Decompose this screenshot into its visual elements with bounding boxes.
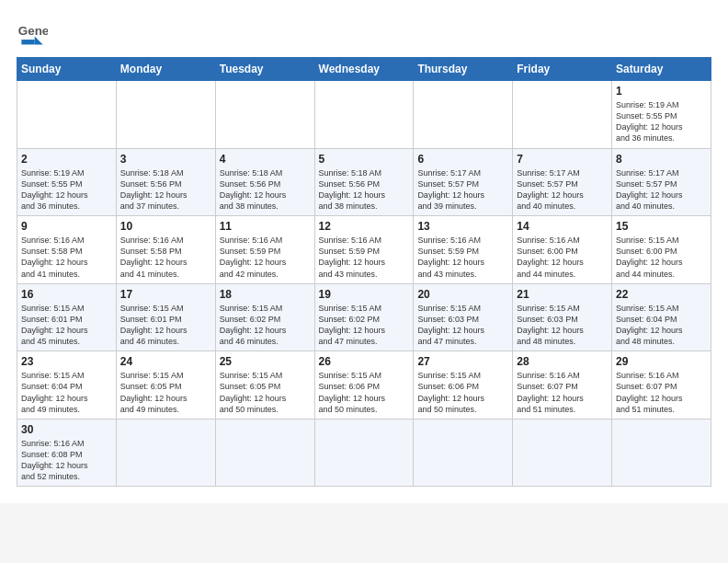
day-number: 11 bbox=[220, 220, 311, 233]
day-number: 25 bbox=[220, 355, 311, 368]
calendar-cell: 24Sunrise: 5:15 AM Sunset: 6:05 PM Dayli… bbox=[116, 351, 215, 419]
calendar-cell bbox=[215, 419, 314, 487]
day-info: Sunrise: 5:15 AM Sunset: 6:03 PM Dayligh… bbox=[517, 303, 608, 348]
day-info: Sunrise: 5:15 AM Sunset: 6:05 PM Dayligh… bbox=[220, 370, 311, 415]
calendar-cell: 21Sunrise: 5:15 AM Sunset: 6:03 PM Dayli… bbox=[513, 283, 612, 351]
day-number: 3 bbox=[120, 153, 211, 166]
day-number: 7 bbox=[517, 153, 608, 166]
calendar-week-2: 2Sunrise: 5:19 AM Sunset: 5:55 PM Daylig… bbox=[17, 148, 711, 216]
calendar-cell bbox=[116, 419, 215, 487]
calendar-week-5: 23Sunrise: 5:15 AM Sunset: 6:04 PM Dayli… bbox=[17, 351, 711, 419]
day-info: Sunrise: 5:17 AM Sunset: 5:57 PM Dayligh… bbox=[517, 167, 608, 213]
day-number: 23 bbox=[21, 355, 112, 368]
day-number: 19 bbox=[319, 288, 410, 301]
calendar-cell bbox=[513, 419, 612, 487]
day-number: 17 bbox=[120, 288, 211, 301]
day-info: Sunrise: 5:15 AM Sunset: 6:04 PM Dayligh… bbox=[21, 370, 112, 415]
calendar-week-6: 30Sunrise: 5:16 AM Sunset: 6:08 PM Dayli… bbox=[17, 419, 711, 487]
calendar-cell: 12Sunrise: 5:16 AM Sunset: 5:59 PM Dayli… bbox=[314, 216, 414, 284]
calendar-cell: 7Sunrise: 5:17 AM Sunset: 5:57 PM Daylig… bbox=[513, 148, 612, 216]
day-info: Sunrise: 5:15 AM Sunset: 6:04 PM Dayligh… bbox=[616, 303, 707, 348]
calendar-cell: 30Sunrise: 5:16 AM Sunset: 6:08 PM Dayli… bbox=[17, 419, 117, 487]
weekday-header-sunday: Sunday bbox=[17, 58, 117, 81]
day-number: 22 bbox=[616, 288, 707, 301]
day-info: Sunrise: 5:19 AM Sunset: 5:55 PM Dayligh… bbox=[21, 167, 112, 213]
day-info: Sunrise: 5:15 AM Sunset: 6:00 PM Dayligh… bbox=[616, 235, 707, 280]
calendar-cell: 29Sunrise: 5:16 AM Sunset: 6:07 PM Dayli… bbox=[612, 351, 711, 419]
day-number: 1 bbox=[616, 85, 707, 98]
calendar-cell: 28Sunrise: 5:16 AM Sunset: 6:07 PM Dayli… bbox=[513, 351, 612, 419]
calendar-cell bbox=[17, 81, 117, 149]
day-info: Sunrise: 5:17 AM Sunset: 5:57 PM Dayligh… bbox=[417, 167, 508, 213]
calendar-cell: 27Sunrise: 5:15 AM Sunset: 6:06 PM Dayli… bbox=[414, 351, 513, 419]
calendar-cell: 25Sunrise: 5:15 AM Sunset: 6:05 PM Dayli… bbox=[215, 351, 314, 419]
day-number: 26 bbox=[319, 355, 410, 368]
day-number: 21 bbox=[517, 288, 608, 301]
calendar-table: SundayMondayTuesdayWednesdayThursdayFrid… bbox=[17, 57, 711, 487]
calendar-cell: 5Sunrise: 5:18 AM Sunset: 5:56 PM Daylig… bbox=[314, 148, 414, 216]
calendar-page: General SundayMondayTuesdayWednesdayThur… bbox=[0, 0, 728, 503]
logo: General bbox=[17, 17, 51, 48]
calendar-cell bbox=[414, 81, 513, 149]
day-number: 24 bbox=[120, 355, 211, 368]
day-info: Sunrise: 5:16 AM Sunset: 5:58 PM Dayligh… bbox=[21, 235, 112, 280]
day-number: 27 bbox=[417, 355, 508, 368]
svg-text:General: General bbox=[18, 24, 48, 38]
weekday-header-saturday: Saturday bbox=[612, 58, 711, 81]
calendar-cell: 9Sunrise: 5:16 AM Sunset: 5:58 PM Daylig… bbox=[17, 216, 117, 284]
calendar-cell bbox=[314, 419, 414, 487]
day-number: 15 bbox=[616, 220, 707, 233]
weekday-header-tuesday: Tuesday bbox=[215, 58, 314, 81]
day-number: 8 bbox=[616, 153, 707, 166]
calendar-cell: 26Sunrise: 5:15 AM Sunset: 6:06 PM Dayli… bbox=[314, 351, 414, 419]
calendar-week-1: 1Sunrise: 5:19 AM Sunset: 5:55 PM Daylig… bbox=[17, 81, 711, 149]
calendar-cell: 16Sunrise: 5:15 AM Sunset: 6:01 PM Dayli… bbox=[17, 283, 117, 351]
calendar-cell: 15Sunrise: 5:15 AM Sunset: 6:00 PM Dayli… bbox=[612, 216, 711, 284]
day-info: Sunrise: 5:15 AM Sunset: 6:03 PM Dayligh… bbox=[417, 303, 508, 348]
day-info: Sunrise: 5:16 AM Sunset: 6:00 PM Dayligh… bbox=[517, 235, 608, 280]
calendar-cell bbox=[314, 81, 414, 149]
calendar-cell: 23Sunrise: 5:15 AM Sunset: 6:04 PM Dayli… bbox=[17, 351, 117, 419]
day-info: Sunrise: 5:18 AM Sunset: 5:56 PM Dayligh… bbox=[120, 167, 211, 213]
day-info: Sunrise: 5:17 AM Sunset: 5:57 PM Dayligh… bbox=[616, 167, 707, 213]
day-info: Sunrise: 5:15 AM Sunset: 6:06 PM Dayligh… bbox=[417, 370, 508, 415]
calendar-cell: 14Sunrise: 5:16 AM Sunset: 6:00 PM Dayli… bbox=[513, 216, 612, 284]
calendar-cell: 4Sunrise: 5:18 AM Sunset: 5:56 PM Daylig… bbox=[215, 148, 314, 216]
day-info: Sunrise: 5:18 AM Sunset: 5:56 PM Dayligh… bbox=[220, 167, 311, 213]
weekday-header-friday: Friday bbox=[513, 58, 612, 81]
calendar-cell bbox=[215, 81, 314, 149]
calendar-cell bbox=[513, 81, 612, 149]
day-info: Sunrise: 5:15 AM Sunset: 6:02 PM Dayligh… bbox=[220, 303, 311, 348]
day-number: 30 bbox=[21, 423, 112, 436]
header: General bbox=[17, 17, 711, 48]
day-info: Sunrise: 5:18 AM Sunset: 5:56 PM Dayligh… bbox=[319, 167, 410, 213]
day-number: 20 bbox=[417, 288, 508, 301]
day-info: Sunrise: 5:16 AM Sunset: 6:08 PM Dayligh… bbox=[21, 438, 112, 483]
day-info: Sunrise: 5:15 AM Sunset: 6:05 PM Dayligh… bbox=[120, 370, 211, 415]
calendar-cell: 11Sunrise: 5:16 AM Sunset: 5:59 PM Dayli… bbox=[215, 216, 314, 284]
day-info: Sunrise: 5:16 AM Sunset: 6:07 PM Dayligh… bbox=[517, 370, 608, 415]
day-info: Sunrise: 5:16 AM Sunset: 5:59 PM Dayligh… bbox=[220, 235, 311, 280]
day-number: 16 bbox=[21, 288, 112, 301]
calendar-cell: 17Sunrise: 5:15 AM Sunset: 6:01 PM Dayli… bbox=[116, 283, 215, 351]
calendar-cell bbox=[116, 81, 215, 149]
generalblue-logo-icon: General bbox=[17, 17, 48, 48]
calendar-cell: 19Sunrise: 5:15 AM Sunset: 6:02 PM Dayli… bbox=[314, 283, 414, 351]
day-info: Sunrise: 5:15 AM Sunset: 6:01 PM Dayligh… bbox=[21, 303, 112, 348]
day-number: 5 bbox=[319, 153, 410, 166]
day-info: Sunrise: 5:19 AM Sunset: 5:55 PM Dayligh… bbox=[616, 99, 707, 144]
day-number: 18 bbox=[220, 288, 311, 301]
day-number: 29 bbox=[616, 355, 707, 368]
weekday-header-row: SundayMondayTuesdayWednesdayThursdayFrid… bbox=[17, 58, 711, 81]
day-number: 13 bbox=[417, 220, 508, 233]
day-info: Sunrise: 5:16 AM Sunset: 5:59 PM Dayligh… bbox=[319, 235, 410, 280]
day-info: Sunrise: 5:16 AM Sunset: 5:58 PM Dayligh… bbox=[120, 235, 211, 280]
day-info: Sunrise: 5:15 AM Sunset: 6:02 PM Dayligh… bbox=[319, 303, 410, 348]
calendar-cell: 8Sunrise: 5:17 AM Sunset: 5:57 PM Daylig… bbox=[612, 148, 711, 216]
day-number: 4 bbox=[220, 153, 311, 166]
calendar-cell: 3Sunrise: 5:18 AM Sunset: 5:56 PM Daylig… bbox=[116, 148, 215, 216]
weekday-header-wednesday: Wednesday bbox=[314, 58, 414, 81]
weekday-header-monday: Monday bbox=[116, 58, 215, 81]
calendar-week-3: 9Sunrise: 5:16 AM Sunset: 5:58 PM Daylig… bbox=[17, 216, 711, 284]
calendar-cell: 6Sunrise: 5:17 AM Sunset: 5:57 PM Daylig… bbox=[414, 148, 513, 216]
